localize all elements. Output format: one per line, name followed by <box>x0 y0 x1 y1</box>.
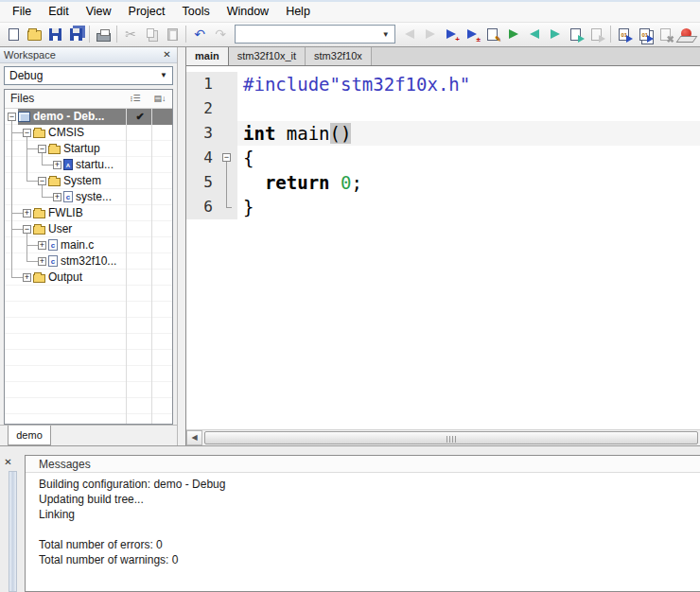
toolbar-make-button[interactable]: 01 <box>615 24 634 44</box>
find-previous-icon <box>405 29 414 39</box>
tree-item-fwlib[interactable]: +FWLIB <box>5 205 172 221</box>
undo-icon: ↶ <box>194 27 205 41</box>
tree-item-label: demo - Deb... <box>33 110 104 123</box>
menu-bar: FileEditViewProjectToolsWindowHelp <box>0 2 700 23</box>
stop-build-icon: ✖ <box>660 28 671 41</box>
editor-panel: mainstm32f10x_itstm32f10x 1#include"stm3… <box>185 47 700 445</box>
tree-item-stm32f10[interactable]: +cstm32f10... <box>5 253 172 270</box>
toolbar-save-button[interactable] <box>45 24 64 44</box>
horizontal-splitter[interactable] <box>0 445 700 453</box>
workspace-tab-demo[interactable]: demo <box>8 426 51 445</box>
tree-item-label: Startup <box>63 142 100 155</box>
fold-column <box>217 72 237 96</box>
toolbar-save-all-button[interactable] <box>66 24 85 44</box>
menu-item-help[interactable]: Help <box>277 2 319 22</box>
main-area: Workspace ✕ Debug ▼ Files ⁝☰ ▤↓ <box>0 47 700 445</box>
toolbar-new-document-button[interactable] <box>4 24 23 44</box>
menu-item-project[interactable]: Project <box>120 2 174 22</box>
toolbar-open-button[interactable] <box>25 24 44 44</box>
menu-item-tools[interactable]: Tools <box>173 2 218 22</box>
menu-item-window[interactable]: Window <box>219 2 277 22</box>
tree-item-user[interactable]: −User <box>5 221 172 237</box>
toolbar-find-previous-button[interactable] <box>400 24 419 44</box>
stop-compile-icon <box>591 28 602 41</box>
tree-expand-icon[interactable]: + <box>38 257 46 266</box>
editor-tab-stm32f10x[interactable]: stm32f10x <box>306 47 372 65</box>
toolbar-compile-button[interactable] <box>504 24 523 44</box>
find-next-icon <box>426 29 435 39</box>
build-log-line: Total number of errors: 0 <box>39 537 700 552</box>
toolbar-redo-button[interactable]: ↷ <box>211 24 230 44</box>
toolbar-find-next-button[interactable] <box>421 24 440 44</box>
tree-collapse-icon[interactable]: − <box>38 177 46 185</box>
tree-item-syste[interactable]: +csyste... <box>5 189 172 205</box>
toolbar-next-error-button[interactable] <box>546 24 565 44</box>
toolbar-paste-button[interactable] <box>163 24 182 44</box>
workspace-panel: Workspace ✕ Debug ▼ Files ⁝☰ ▤↓ <box>0 47 185 445</box>
fold-collapse-icon[interactable]: − <box>222 153 231 162</box>
c-file-icon: c <box>48 255 58 267</box>
toolbar-undo-button[interactable]: ↶ <box>190 24 209 44</box>
build-log-line: Building configuration: demo - Debug <box>39 477 700 492</box>
tree-item-demo-deb[interactable]: −demo - Deb...✔ <box>5 109 172 125</box>
tree-item-startup[interactable]: −Startup <box>5 141 172 157</box>
editor-tab-stm32f10x-it[interactable]: stm32f10x_it <box>229 47 306 65</box>
tree-item-startu[interactable]: +Astartu... <box>5 157 172 173</box>
code-area[interactable]: 1#include"stm32f10x.h"23int main()4{5 re… <box>186 66 700 429</box>
scroll-left-arrow-icon[interactable]: ◀ <box>186 430 202 445</box>
tree-item-label: syste... <box>76 190 112 203</box>
toolbar-stop-build-button[interactable]: ✖ <box>656 24 675 44</box>
toolbar-next-bookmark-button[interactable]: ± <box>463 24 481 44</box>
build-log-dock-bar: ✕ <box>0 453 25 592</box>
tree-item-system[interactable]: −System <box>5 173 172 189</box>
save-all-icon <box>70 28 82 41</box>
files-tree[interactable]: −demo - Deb...✔−CMSIS−Startup+Astartu...… <box>5 109 172 424</box>
tree-item-cmsis[interactable]: −CMSIS <box>5 125 172 141</box>
code-line-3: 3int main() <box>186 121 700 146</box>
menu-item-view[interactable]: View <box>78 2 120 22</box>
menu-item-file[interactable]: File <box>4 2 40 22</box>
build-log-line: Updating build tree... <box>39 492 700 507</box>
editor-tab-main[interactable]: main <box>186 47 229 65</box>
build-log-lines: Building configuration: demo - DebugUpda… <box>26 473 700 567</box>
toolbar-download-debug-button[interactable] <box>677 24 696 44</box>
workspace-panel-inner: Workspace ✕ Debug ▼ Files ⁝☰ ▤↓ <box>0 47 178 445</box>
tree-item-label: main.c <box>61 238 94 252</box>
toolbar-print-button[interactable] <box>94 24 113 44</box>
toolbar-stop-compile-button[interactable] <box>587 24 606 44</box>
tree-item-main-c[interactable]: +cmain.c <box>5 237 172 253</box>
toolbar-goto-button[interactable]: ✎ <box>483 24 502 44</box>
toolbar-cut-button[interactable]: ✂ <box>121 24 140 44</box>
tree-expand-icon[interactable]: + <box>38 241 46 250</box>
tree-expand-icon[interactable]: + <box>23 273 31 282</box>
find-combobox[interactable]: ▼ <box>235 25 395 44</box>
toolbar-copy-button[interactable] <box>142 24 161 44</box>
configuration-selector[interactable]: Debug ▼ <box>4 66 173 85</box>
tree-collapse-icon[interactable]: − <box>23 225 31 234</box>
toolbar-build-all-button[interactable]: 01 <box>636 24 655 44</box>
build-log-grip-handle[interactable] <box>9 471 17 592</box>
line-number: 3 <box>186 121 217 146</box>
build-all-icon: 01 <box>639 28 650 41</box>
scrollbar-thumb[interactable] <box>204 431 698 444</box>
tree-collapse-icon[interactable]: − <box>23 129 31 137</box>
tree-item-output[interactable]: +Output <box>5 270 172 286</box>
build-log-close-icon[interactable]: ✕ <box>2 457 14 469</box>
workspace-close-icon[interactable]: ✕ <box>161 48 173 61</box>
line-number: 4 <box>186 146 217 170</box>
tree-collapse-icon[interactable]: − <box>38 145 46 153</box>
asm-file-icon: A <box>63 159 73 170</box>
tree-expand-icon[interactable]: + <box>53 161 61 169</box>
tree-expand-icon[interactable]: + <box>23 209 31 218</box>
toolbar-compile-file-button[interactable] <box>567 24 586 44</box>
toolbar-previous-error-button[interactable] <box>525 24 544 44</box>
toolbar-separator <box>89 26 90 43</box>
tree-expand-icon[interactable]: + <box>53 193 61 201</box>
build-log-line: Linking <box>39 507 700 522</box>
workspace-title: Workspace <box>4 49 161 61</box>
tree-collapse-icon[interactable]: − <box>8 113 16 121</box>
toolbar-toggle-bookmark-button[interactable]: + <box>442 24 461 44</box>
folder-icon <box>48 146 61 154</box>
menu-item-edit[interactable]: Edit <box>40 2 78 22</box>
code-text: int main() <box>237 121 351 146</box>
